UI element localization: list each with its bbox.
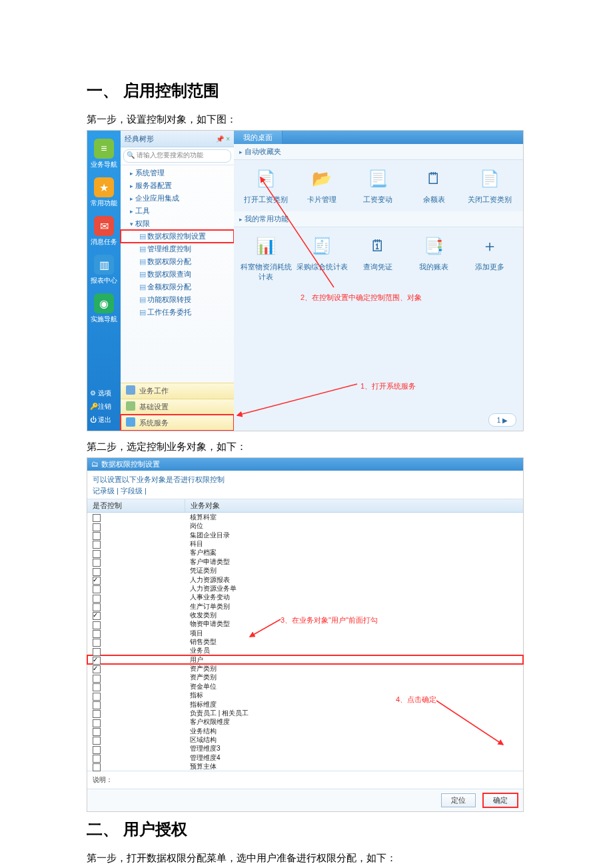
grid-item[interactable]: ＋添加更多 [462,234,518,282]
tree-bottom-tab[interactable]: 业务工作 [121,383,234,399]
checkbox-icon[interactable] [93,675,101,683]
checkbox-icon[interactable] [93,683,101,691]
grid-item[interactable]: 📃工资变动 [350,167,406,205]
dialog-subtabs[interactable]: 记录级 | 字段级 | [87,486,523,499]
tree-bottom-tab[interactable]: 系统服务 [121,415,234,431]
control-checkbox-cell[interactable] [87,691,185,699]
sidebar-item-impl[interactable]: ◉ 实施导航 [87,285,121,324]
checkbox-icon[interactable] [93,514,101,522]
search-input[interactable]: 🔍 请输入您要搜索的功能 [123,149,231,163]
tab-my-desktop[interactable]: 我的桌面 [234,131,283,144]
checkbox-icon[interactable] [93,603,101,611]
control-checkbox-cell[interactable] [87,521,185,530]
checkbox-icon[interactable] [93,665,101,673]
checkbox-icon[interactable] [93,737,101,745]
pager[interactable]: 1 ▶ [488,413,516,427]
grid-item[interactable]: 📄打开工资类别 [238,167,294,205]
control-checkbox-cell[interactable] [87,735,185,744]
checkbox-icon[interactable] [93,577,101,585]
grid-item[interactable]: 🧾采购综合统计表 [294,234,350,282]
checkbox-icon[interactable] [93,657,101,665]
control-checkbox-cell[interactable] [87,646,185,655]
control-checkbox-cell[interactable] [87,566,185,575]
grid-item[interactable]: 📑我的账表 [406,234,462,282]
grid-item[interactable]: 📊科室物资消耗统计表 [238,234,294,282]
control-checkbox-cell[interactable] [87,682,185,691]
checkbox-icon[interactable] [93,559,101,567]
my-common-header[interactable]: 我的常用功能 [234,211,523,227]
control-checkbox-cell[interactable] [87,717,185,726]
tree-node[interactable]: 系统管理 [121,167,234,179]
ok-button[interactable]: 确定 [483,793,518,807]
tree-node[interactable]: ▤数据权限分配 [121,255,234,268]
tree-node[interactable]: ▤功能权限转授 [121,293,234,306]
control-checkbox-cell[interactable] [87,744,185,753]
sidebar-item-common[interactable]: ★ 常用功能 [87,169,121,208]
checkbox-icon[interactable] [93,612,101,620]
tree-node[interactable]: 权限 [121,217,234,230]
checkbox-icon[interactable] [93,639,101,647]
tree-node[interactable]: 企业应用集成 [121,192,234,205]
checkbox-icon[interactable] [93,568,101,576]
control-checkbox-cell[interactable] [87,673,185,681]
checkbox-icon[interactable] [93,595,101,603]
sidebar-item-report[interactable]: ▥ 报表中心 [87,247,121,285]
tree-node[interactable]: ▤金额权限分配 [121,281,234,293]
control-checkbox-cell[interactable] [87,602,185,611]
control-checkbox-cell[interactable] [87,557,185,566]
checkbox-icon[interactable] [93,701,101,709]
control-checkbox-cell[interactable] [87,637,185,646]
checkbox-icon[interactable] [93,621,101,629]
checkbox-icon[interactable] [93,755,101,763]
control-checkbox-cell[interactable] [87,753,185,762]
tree-node[interactable]: ▤数据权限控制设置 [121,230,234,243]
grid-item[interactable]: 📂卡片管理 [294,167,350,205]
control-checkbox-cell[interactable] [87,709,185,717]
auto-favorites-header[interactable]: 自动收藏夹 [234,144,523,160]
locate-button[interactable]: 定位 [441,793,476,807]
checkbox-icon[interactable] [93,710,101,718]
grid-item[interactable]: 📄关闭工资类别 [462,167,518,205]
tree-node[interactable]: ▤工作任务委托 [121,306,234,319]
grid-item[interactable]: 🗒余额表 [406,167,462,205]
control-checkbox-cell[interactable] [87,531,185,539]
control-checkbox-cell[interactable] [87,611,185,619]
control-checkbox-cell[interactable] [87,619,185,628]
tree-node[interactable]: ▤管理维度控制 [121,243,234,255]
checkbox-icon[interactable] [93,550,101,558]
options-link[interactable]: ⚙选项 [87,387,121,400]
checkbox-icon[interactable] [93,719,101,727]
checkbox-icon[interactable] [93,585,101,593]
sidebar-item-msg[interactable]: ✉ 消息任务 [87,208,121,247]
control-checkbox-cell[interactable] [87,762,185,771]
control-checkbox-cell[interactable] [87,700,185,709]
control-checkbox-cell[interactable] [87,655,185,664]
tree-node[interactable]: 服务器配置 [121,179,234,192]
control-checkbox-cell[interactable] [87,629,185,637]
checkbox-icon[interactable] [93,541,101,549]
control-checkbox-cell[interactable] [87,584,185,593]
checkbox-icon[interactable] [93,763,101,771]
control-checkbox-cell[interactable] [87,513,185,521]
control-checkbox-cell[interactable] [87,539,185,548]
control-checkbox-cell[interactable] [87,575,185,584]
tree-node[interactable]: ▤数据权限查询 [121,268,234,281]
grid-item[interactable]: 🗓查询凭证 [350,234,406,282]
tree-bottom-tab[interactable]: 基础设置 [121,399,234,415]
logout-link[interactable]: 🔑注销 [87,400,121,413]
control-checkbox-cell[interactable] [87,548,185,557]
pin-close-icon[interactable]: 📌 × [216,135,230,143]
checkbox-icon[interactable] [93,693,101,701]
sidebar-item-biznav[interactable]: ≡ 业务导航 [87,131,121,169]
control-checkbox-cell[interactable] [87,593,185,601]
exit-link[interactable]: ⏻退出 [87,413,121,427]
tree-node[interactable]: 工具 [121,205,234,217]
control-checkbox-cell[interactable] [87,727,185,735]
checkbox-icon[interactable] [93,746,101,754]
checkbox-icon[interactable] [93,728,101,736]
checkbox-icon[interactable] [93,630,101,638]
checkbox-icon[interactable] [93,648,101,656]
checkbox-icon[interactable] [93,532,101,540]
checkbox-icon[interactable] [93,523,101,531]
control-checkbox-cell[interactable] [87,664,185,673]
